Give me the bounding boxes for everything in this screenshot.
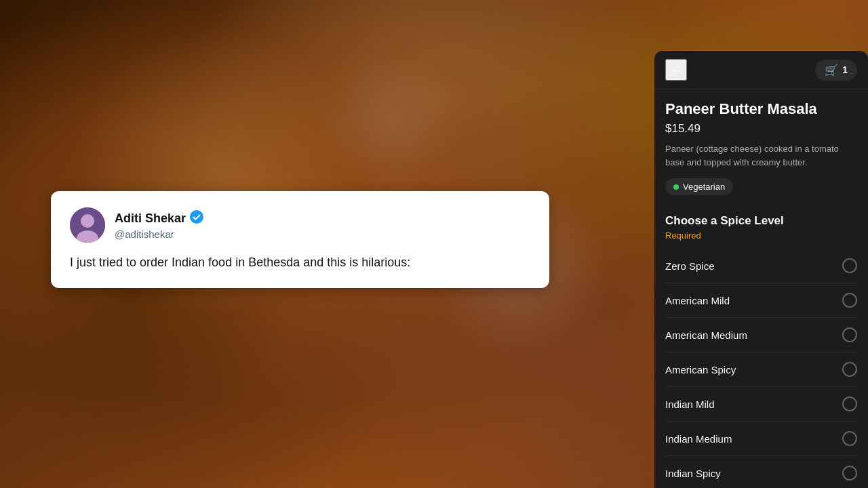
cart-icon: 🛒 [825, 64, 838, 77]
spice-option-indian-spicy[interactable]: Indian Spicy [665, 456, 857, 488]
spice-option-american-spicy[interactable]: American Spicy [665, 352, 857, 387]
svg-point-1 [81, 214, 94, 228]
avatar [70, 207, 105, 243]
product-info: Paneer Butter Masala $15.49 Paneer (cott… [654, 89, 868, 203]
spice-option-american-medium[interactable]: American Medium [665, 318, 857, 352]
cart-button[interactable]: 🛒 1 [815, 60, 857, 81]
tweet-name: Aditi Shekar [115, 211, 186, 226]
spice-required: Required [665, 230, 857, 241]
spice-option-indian-mild[interactable]: Indian Mild [665, 387, 857, 422]
product-price: $15.49 [665, 122, 857, 136]
cart-count: 1 [842, 64, 848, 75]
panel-header: ← 🛒 1 [654, 51, 868, 89]
spice-option-american-mild[interactable]: American Mild [665, 283, 857, 318]
veg-badge: Vegetarian [665, 178, 733, 195]
radio-button[interactable] [842, 258, 857, 273]
option-label: American Medium [665, 329, 747, 341]
spice-section: Choose a Spice Level Required Zero Spice… [654, 203, 868, 488]
verified-icon [190, 210, 203, 227]
option-label: American Spicy [665, 364, 736, 375]
radio-button[interactable] [842, 466, 857, 481]
veg-dot-icon [673, 184, 679, 190]
radio-button[interactable] [842, 362, 857, 377]
option-label: Indian Medium [665, 433, 732, 445]
tweet-text: I just tried to order Indian food in Bet… [70, 253, 530, 272]
radio-button[interactable] [842, 327, 857, 342]
back-button[interactable]: ← [665, 59, 687, 81]
spice-title: Choose a Spice Level [665, 214, 857, 228]
side-panel: ← 🛒 1 Paneer Butter Masala $15.49 Paneer… [654, 51, 868, 488]
tweet-card: Aditi Shekar @aditishekar I just tried t… [51, 191, 549, 288]
tweet-header: Aditi Shekar @aditishekar [70, 207, 530, 243]
radio-button[interactable] [842, 431, 857, 446]
product-description: Paneer (cottage cheese) cooked in a toma… [665, 142, 857, 169]
spice-option-indian-medium[interactable]: Indian Medium [665, 422, 857, 456]
option-label: Zero Spice [665, 260, 715, 272]
tweet-user-info: Aditi Shekar @aditishekar [115, 210, 203, 240]
product-name: Paneer Butter Masala [665, 100, 857, 118]
tweet-handle: @aditishekar [115, 228, 203, 240]
option-label: Indian Spicy [665, 468, 721, 479]
spice-option-zero-spice[interactable]: Zero Spice [665, 249, 857, 283]
radio-button[interactable] [842, 396, 857, 411]
option-label: Indian Mild [665, 399, 715, 410]
radio-button[interactable] [842, 293, 857, 308]
veg-badge-label: Vegetarian [683, 182, 725, 192]
svg-point-3 [190, 210, 203, 224]
option-label: American Mild [665, 295, 730, 306]
tweet-name-row: Aditi Shekar [115, 210, 203, 227]
spice-option-list: Zero SpiceAmerican MildAmerican MediumAm… [665, 249, 857, 488]
